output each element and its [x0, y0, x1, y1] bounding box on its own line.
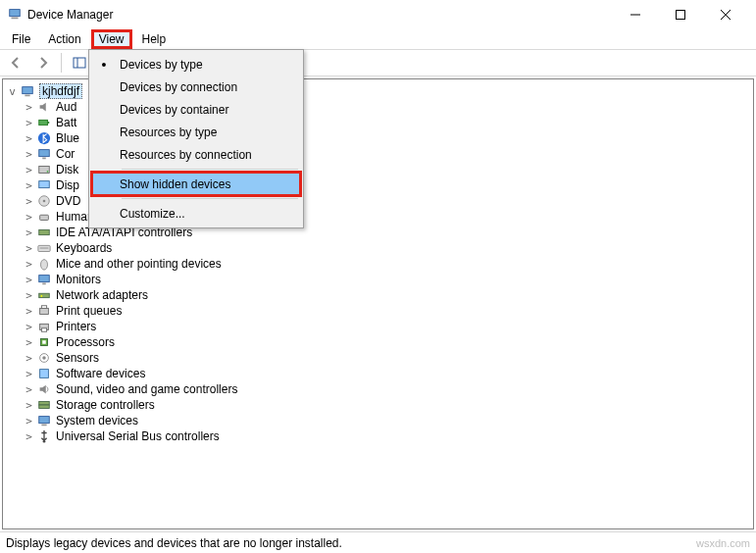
tree-item-label: Sound, video and game controllers — [56, 382, 237, 396]
device-category-icon — [36, 193, 52, 209]
tree-item-label: Storage controllers — [56, 398, 155, 412]
expand-icon[interactable]: > — [22, 242, 36, 255]
tree-item-label: Universal Serial Bus controllers — [56, 429, 220, 443]
svg-rect-6 — [74, 58, 85, 68]
svg-rect-22 — [40, 215, 49, 220]
svg-point-21 — [43, 200, 46, 203]
tree-item-label: Sensors — [56, 351, 99, 365]
forward-button[interactable] — [31, 52, 55, 74]
svg-rect-0 — [10, 9, 21, 16]
back-button[interactable] — [4, 52, 27, 74]
tree-item[interactable]: >Sensors — [5, 350, 753, 366]
expand-icon[interactable]: > — [22, 148, 36, 161]
toolbar-separator — [61, 53, 62, 73]
tree-item-label: Cor — [56, 147, 75, 161]
expand-icon[interactable]: > — [22, 164, 36, 176]
expand-icon[interactable]: > — [22, 195, 36, 208]
watermark: wsxdn.com — [696, 537, 750, 549]
expand-icon[interactable]: > — [22, 211, 36, 224]
device-category-icon — [36, 272, 52, 287]
app-icon — [8, 7, 22, 24]
svg-rect-3 — [677, 11, 685, 20]
expand-icon[interactable]: > — [22, 399, 36, 412]
tree-item[interactable]: >Network adapters — [5, 287, 753, 303]
tree-item-label: Network adapters — [56, 288, 148, 302]
tree-item[interactable]: >Print queues — [5, 303, 753, 319]
tree-item-label: Keyboards — [56, 241, 112, 255]
expand-icon[interactable]: > — [22, 415, 36, 427]
device-category-icon — [36, 99, 52, 115]
tree-item[interactable]: >Software devices — [5, 366, 753, 381]
device-category-icon — [36, 303, 52, 319]
title-bar: Device Manager — [0, 0, 756, 29]
minimize-button[interactable] — [613, 0, 658, 29]
tree-item[interactable]: >System devices — [5, 413, 753, 428]
expand-icon[interactable]: > — [22, 274, 36, 286]
expand-icon[interactable]: > — [22, 305, 36, 318]
menu-resources-by-type[interactable]: Resources by type — [92, 121, 300, 143]
device-category-icon — [36, 209, 52, 225]
svg-point-44 — [43, 440, 46, 443]
close-button[interactable] — [703, 0, 748, 29]
expand-icon[interactable]: > — [22, 258, 36, 271]
svg-rect-36 — [42, 340, 46, 344]
expand-icon[interactable]: > — [22, 289, 36, 302]
device-category-icon — [36, 319, 52, 334]
tree-item-label: Disp — [56, 178, 79, 192]
expand-icon[interactable]: > — [22, 132, 36, 145]
title-bar-left: Device Manager — [8, 7, 113, 24]
expand-icon[interactable]: > — [22, 101, 36, 114]
menu-customize[interactable]: Customize... — [92, 202, 300, 225]
device-category-icon — [36, 256, 52, 272]
tree-item[interactable]: >Keyboards — [5, 240, 753, 256]
menu-resources-by-connection[interactable]: Resources by connection — [92, 143, 300, 166]
expand-icon[interactable]: > — [22, 352, 36, 365]
expand-icon[interactable]: > — [22, 368, 36, 380]
tree-item[interactable]: >Monitors — [5, 272, 753, 287]
svg-point-38 — [42, 356, 46, 360]
svg-rect-32 — [41, 306, 46, 309]
tree-item-label: Blue — [56, 131, 79, 145]
tree-item[interactable]: >Universal Serial Bus controllers — [5, 428, 753, 444]
expand-icon[interactable]: > — [22, 117, 36, 129]
maximize-button[interactable] — [658, 0, 703, 29]
svg-rect-16 — [42, 158, 46, 160]
svg-point-18 — [47, 171, 49, 173]
device-category-icon — [36, 287, 52, 303]
expand-icon[interactable]: > — [22, 430, 36, 443]
expand-icon[interactable]: > — [22, 383, 36, 396]
tree-item-label: System devices — [56, 414, 138, 427]
menu-file[interactable]: File — [4, 30, 38, 48]
tree-item[interactable]: >Storage controllers — [5, 397, 753, 413]
expand-icon[interactable]: > — [22, 226, 36, 239]
svg-rect-15 — [39, 150, 50, 157]
tree-item-label: Software devices — [56, 367, 145, 380]
device-category-icon — [36, 177, 52, 193]
svg-point-26 — [41, 260, 48, 271]
expand-icon[interactable]: > — [22, 179, 36, 192]
svg-rect-10 — [23, 87, 33, 94]
device-category-icon — [36, 334, 52, 350]
svg-rect-12 — [39, 120, 48, 125]
tree-item[interactable]: >Sound, video and game controllers — [5, 381, 753, 397]
menu-devices-by-type[interactable]: •Devices by type — [92, 53, 300, 75]
status-text: Displays legacy devices and devices that… — [6, 536, 342, 550]
tree-item[interactable]: >Mice and other pointing devices — [5, 256, 753, 272]
menu-devices-by-container[interactable]: Devices by container — [92, 98, 300, 121]
svg-rect-40 — [39, 402, 50, 406]
device-category-icon — [36, 381, 52, 397]
expand-icon[interactable]: > — [22, 321, 36, 333]
svg-rect-23 — [39, 229, 50, 234]
menu-devices-by-connection[interactable]: Devices by connection — [92, 75, 300, 98]
svg-rect-11 — [25, 95, 29, 97]
tree-item[interactable]: >Printers — [5, 319, 753, 334]
svg-rect-1 — [12, 17, 19, 19]
menu-view[interactable]: View — [91, 29, 132, 49]
tree-item[interactable]: >Processors — [5, 334, 753, 350]
menu-help[interactable]: Help — [134, 30, 175, 48]
menu-show-hidden-devices[interactable]: Show hidden devices — [92, 173, 300, 195]
expand-icon[interactable]: > — [22, 336, 36, 349]
menu-action[interactable]: Action — [40, 30, 88, 48]
device-category-icon — [36, 397, 52, 413]
collapse-icon[interactable]: v — [5, 85, 20, 98]
